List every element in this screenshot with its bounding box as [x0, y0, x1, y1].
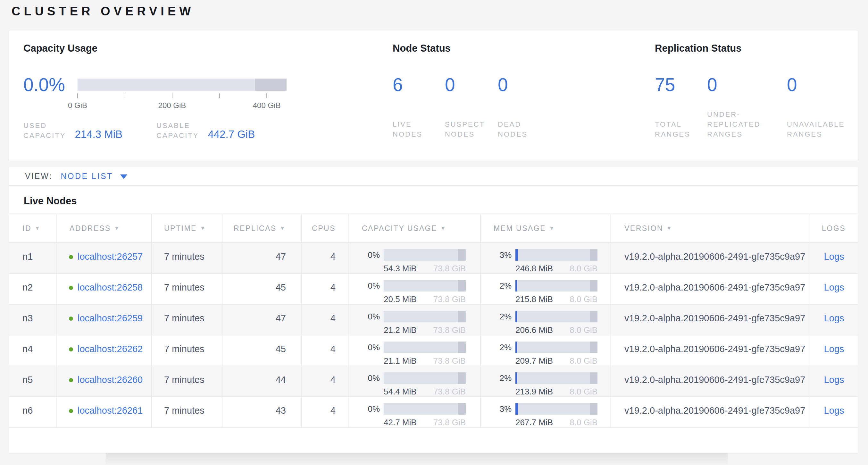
- logs-link[interactable]: Logs: [824, 375, 844, 385]
- mem-usage-cell-bar: [516, 249, 597, 261]
- page-title: CLUSTER OVERVIEW: [11, 4, 194, 18]
- replication-status-stats: 75TOTAL RANGES0UNDER- REPLICATED RANGES0…: [655, 75, 861, 139]
- mem-usage-cell: 2%215.8 MiB8.0 GiB: [481, 274, 611, 304]
- cpus-cell: 4: [302, 243, 349, 274]
- node-address-link[interactable]: localhost:26261: [78, 405, 143, 416]
- usage-percent: 3%: [494, 250, 516, 260]
- logs-link[interactable]: Logs: [824, 252, 844, 262]
- column-header-label: MEM USAGE: [494, 224, 546, 233]
- replicas-cell: 44: [222, 366, 302, 397]
- usage-used-value: 267.7 MiB: [516, 417, 553, 428]
- table-footer: [9, 428, 858, 453]
- column-header-capacity-usage[interactable]: CAPACITY USAGE▼: [349, 213, 481, 243]
- usage-percent: 0%: [362, 250, 384, 260]
- stat-label: TOTAL RANGES: [655, 119, 707, 139]
- stat-value: 0: [498, 75, 559, 94]
- capacity-usage-cell-bar-row: 0%: [362, 280, 480, 292]
- mem-usage-cell-bar-row: 2%: [494, 311, 610, 323]
- usage-percent: 2%: [494, 281, 516, 291]
- capacity-usage-cell-bar-row: 0%: [362, 249, 480, 261]
- view-selector-dropdown[interactable]: NODE LIST: [61, 172, 127, 181]
- usage-reserved-segment: [458, 342, 466, 353]
- axis-tick: [125, 93, 125, 98]
- usage-reserved-segment: [590, 311, 597, 322]
- capacity-usage-cell-bar: [384, 372, 466, 384]
- logs-link[interactable]: Logs: [824, 313, 844, 323]
- node-address-link[interactable]: localhost:26258: [78, 282, 143, 292]
- usage-used-value: 206.6 MiB: [516, 325, 553, 335]
- node-address-cell: localhost:26257: [57, 243, 152, 274]
- cpus-cell: 4: [302, 366, 349, 397]
- live-nodes-panel: Live Nodes ID▼ADDRESS▼UPTIME▼REPLICAS▼CP…: [9, 186, 858, 454]
- mem-usage-cell: 2%213.9 MiB8.0 GiB: [481, 366, 611, 397]
- node-status-stat: 6LIVE NODES: [393, 75, 445, 139]
- uptime-cell: 7 minutes: [152, 397, 222, 428]
- cpus-cell: 4: [302, 274, 349, 304]
- column-header-id[interactable]: ID▼: [9, 213, 57, 243]
- view-label: VIEW:: [25, 172, 52, 181]
- replication-stat: 0UNDER- REPLICATED RANGES: [707, 75, 787, 139]
- usage-reserved-segment: [590, 249, 597, 261]
- column-header-address[interactable]: ADDRESS▼: [57, 213, 152, 243]
- usage-used-value: 21.1 MiB: [384, 356, 417, 366]
- logs-link[interactable]: Logs: [824, 405, 844, 416]
- capacity-used-percent: 0.0%: [23, 75, 65, 94]
- node-status-stat: 0DEAD NODES: [498, 75, 559, 139]
- usage-used-value: 42.7 MiB: [384, 417, 417, 428]
- mem-usage-cell-bar: [516, 311, 597, 322]
- capacity-usage-cell-values: 21.2 MiB73.8 GiB: [384, 325, 466, 335]
- logs-cell: Logs: [810, 274, 858, 304]
- node-status-stat: 0SUSPECT NODES: [445, 75, 498, 139]
- capacity-usage-cell-bar-row: 0%: [362, 341, 480, 353]
- node-address-link[interactable]: localhost:26259: [78, 313, 143, 323]
- logs-cell: Logs: [810, 243, 858, 274]
- stat-label: LIVE NODES: [393, 119, 445, 139]
- stat-label: SUSPECT NODES: [445, 119, 498, 139]
- live-status-icon: [69, 255, 73, 259]
- capacity-usage-cell-bar: [384, 403, 466, 415]
- uptime-cell: 7 minutes: [152, 304, 222, 336]
- live-nodes-table: ID▼ADDRESS▼UPTIME▼REPLICAS▼CPUSCAPACITY …: [9, 213, 858, 453]
- logs-cell: Logs: [810, 304, 858, 336]
- node-address-cell: localhost:26259: [57, 304, 152, 336]
- logs-cell: Logs: [810, 397, 858, 428]
- stat-label: DEAD NODES: [498, 119, 559, 139]
- usage-reserved-segment: [458, 403, 466, 415]
- mem-usage-cell-bar-row: 3%: [494, 249, 610, 261]
- usage-percent: 2%: [494, 312, 516, 322]
- capacity-axis-ticks: [78, 93, 286, 98]
- logs-link[interactable]: Logs: [824, 344, 844, 354]
- usage-total-value: 73.8 GiB: [433, 387, 466, 397]
- logs-link[interactable]: Logs: [824, 282, 844, 292]
- usage-reserved-segment: [590, 372, 597, 384]
- node-id-cell: n2: [9, 274, 57, 304]
- usage-fill-segment: [516, 342, 517, 353]
- mem-usage-cell-bar-row: 3%: [494, 403, 610, 415]
- capacity-bar-reserved-segment: [255, 79, 286, 91]
- column-header-version[interactable]: VERSION▼: [611, 213, 810, 243]
- usage-total-value: 8.0 GiB: [569, 356, 597, 366]
- capacity-usage-cell-bar-row: 0%: [362, 372, 480, 384]
- capacity-usage-title: Capacity Usage: [23, 42, 97, 54]
- node-address-link[interactable]: localhost:26260: [78, 375, 143, 385]
- column-header-label: LOGS: [822, 224, 845, 233]
- stat-value: 0: [787, 75, 861, 94]
- column-header-uptime[interactable]: UPTIME▼: [152, 213, 222, 243]
- live-status-icon: [69, 286, 73, 290]
- axis-tick-label: 400 GiB: [253, 101, 281, 110]
- usage-fill-segment: [516, 249, 518, 261]
- cluster-summary-panel: Capacity Usage Node Status Replication S…: [9, 30, 858, 161]
- capacity-usage-cell: 0%54.4 MiB73.8 GiB: [349, 366, 481, 397]
- capacity-usage-cell-bar: [384, 342, 466, 353]
- usage-used-value: 20.5 MiB: [384, 294, 417, 304]
- column-header-replicas[interactable]: REPLICAS▼: [222, 213, 302, 243]
- capacity-usage-cell-values: 54.3 MiB73.8 GiB: [384, 264, 466, 273]
- sort-arrow-icon: ▼: [666, 225, 673, 232]
- capacity-usage-bar: [78, 79, 286, 91]
- column-header-mem-usage[interactable]: MEM USAGE▼: [481, 213, 611, 243]
- node-address-link[interactable]: localhost:26257: [78, 252, 143, 262]
- live-status-icon: [69, 317, 73, 321]
- usable-capacity-value: 442.7 GiB: [208, 128, 255, 141]
- node-address-link[interactable]: localhost:26262: [78, 344, 143, 354]
- capacity-usage-cell-bar: [384, 249, 466, 261]
